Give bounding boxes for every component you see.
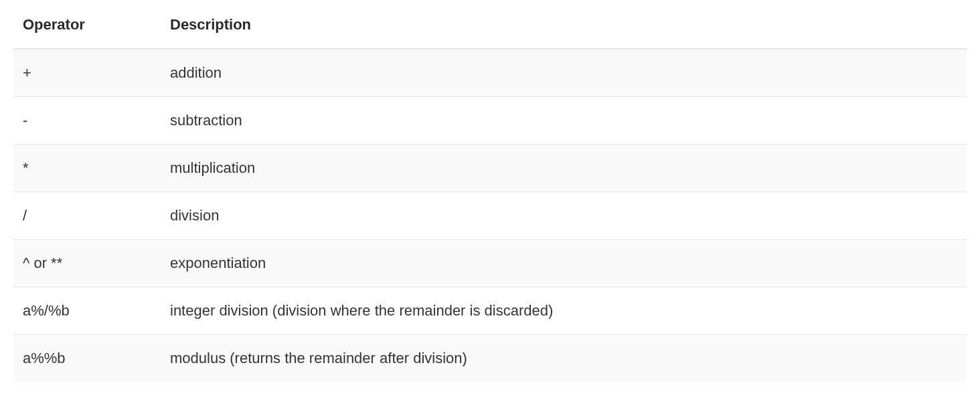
cell-operator: / [13,192,161,240]
table-row: a%/%b integer division (division where t… [13,287,967,335]
cell-description: exponentiation [161,240,967,287]
cell-operator: a%%b [13,335,161,382]
operators-table: Operator Description + addition - subtra… [13,7,967,382]
table-row: ^ or ** exponentiation [13,240,967,287]
header-operator: Operator [13,7,161,49]
cell-operator: * [13,145,161,192]
cell-description: multiplication [161,145,967,192]
cell-description: integer division (division where the rem… [161,287,967,335]
cell-operator: ^ or ** [13,240,161,287]
table-row: - subtraction [13,97,967,145]
table-row: a%%b modulus (returns the remainder afte… [13,335,967,382]
header-description: Description [161,7,967,49]
table-row: / division [13,192,967,240]
table-row: + addition [13,49,967,97]
table-row: * multiplication [13,145,967,192]
table-header-row: Operator Description [13,7,967,49]
cell-operator: a%/%b [13,287,161,335]
cell-description: subtraction [161,97,967,145]
cell-operator: - [13,97,161,145]
cell-description: division [161,192,967,240]
cell-operator: + [13,49,161,97]
cell-description: addition [161,49,967,97]
cell-description: modulus (returns the remainder after div… [161,335,967,382]
